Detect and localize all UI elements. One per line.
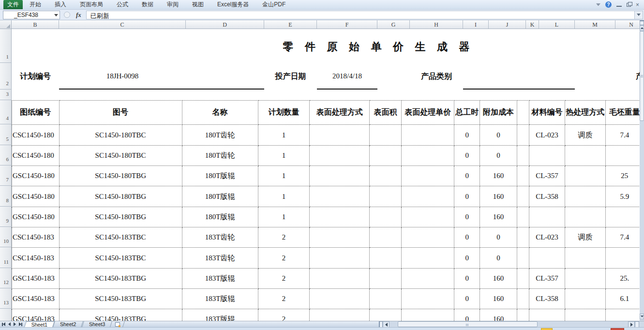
cell[interactable]: [517, 309, 529, 321]
formula-bar-expand-icon[interactable]: [634, 11, 643, 19]
cell[interactable]: GSC1450-180: [12, 186, 60, 207]
cell[interactable]: 7.4: [605, 125, 644, 146]
menu-tab-view[interactable]: 视图: [185, 0, 210, 9]
cell[interactable]: [370, 269, 402, 289]
cell[interactable]: CL-023: [529, 125, 565, 146]
cell[interactable]: 180T齿轮: [182, 125, 258, 146]
cell[interactable]: [370, 146, 402, 166]
cell[interactable]: 1: [258, 166, 310, 186]
column-header-M[interactable]: M: [575, 20, 615, 29]
start-date-value[interactable]: 2018/4/18: [317, 63, 377, 90]
cell[interactable]: [402, 125, 454, 146]
menu-tab-formulas[interactable]: 公式: [110, 0, 135, 9]
cell[interactable]: [402, 186, 454, 207]
cell[interactable]: 180T版辊: [182, 186, 258, 207]
column-title-cell[interactable]: 附加成本: [480, 101, 517, 125]
horizontal-scroll-thumb[interactable]: [398, 321, 538, 327]
cell[interactable]: SC1450-180TBG: [59, 166, 182, 186]
row-header-13[interactable]: 13: [0, 288, 12, 309]
cell[interactable]: SC1450-183TBG: [59, 289, 182, 309]
cell[interactable]: [310, 309, 370, 321]
cell[interactable]: [529, 146, 565, 166]
first-sheet-icon[interactable]: [2, 322, 5, 326]
cell[interactable]: 180T版辊: [182, 207, 258, 227]
cell[interactable]: 1: [258, 125, 310, 146]
menu-tab-kingsoft-pdf[interactable]: 金山PDF: [255, 0, 292, 9]
cell[interactable]: [565, 248, 605, 269]
cell[interactable]: [517, 166, 529, 186]
cell[interactable]: [370, 166, 402, 186]
cell[interactable]: [370, 289, 402, 309]
tab-sheet2[interactable]: Sheet2: [53, 321, 83, 327]
cell[interactable]: 0: [480, 125, 517, 146]
menu-tab-excel-server[interactable]: Excel服务器: [210, 0, 255, 9]
cell[interactable]: SC1450-183TBG: [59, 269, 182, 289]
cell[interactable]: [370, 248, 402, 269]
menu-tab-page-layout[interactable]: 页面布局: [73, 0, 110, 9]
column-title-cell[interactable]: 表面处理单价: [402, 101, 454, 125]
cell[interactable]: CL-023: [529, 227, 565, 248]
cell[interactable]: SC1450-183TBG: [59, 309, 182, 321]
cell[interactable]: [402, 146, 454, 166]
cell[interactable]: 160: [480, 207, 517, 227]
column-header-F[interactable]: F: [317, 20, 377, 29]
cell[interactable]: SC1450-180TBG: [59, 207, 182, 227]
insert-function-icon[interactable]: fx: [76, 11, 81, 19]
column-title-cell[interactable]: 材料编号: [529, 101, 565, 125]
column-title-cell[interactable]: 计划数量: [258, 101, 310, 125]
cell[interactable]: [605, 207, 644, 227]
column-title-cell[interactable]: 名称: [182, 101, 258, 125]
cell[interactable]: 0: [454, 186, 480, 207]
cell[interactable]: [402, 248, 454, 269]
cell[interactable]: 6.1: [605, 289, 644, 309]
column-header-K[interactable]: K: [526, 20, 539, 29]
cell[interactable]: [565, 146, 605, 166]
cell[interactable]: 1: [258, 207, 310, 227]
cell[interactable]: [402, 166, 454, 186]
column-title-cell[interactable]: 毛坯重量: [605, 101, 644, 125]
row-header-4[interactable]: 4: [0, 100, 12, 124]
menu-tab-data[interactable]: 数据: [135, 0, 160, 9]
cell[interactable]: 1: [258, 186, 310, 207]
cell[interactable]: SC1450-183TBC: [59, 227, 182, 248]
previous-sheet-icon[interactable]: [8, 322, 11, 326]
column-header-E[interactable]: E: [264, 20, 317, 29]
cell[interactable]: 0: [454, 166, 480, 186]
column-header-D[interactable]: D: [186, 20, 264, 29]
cell[interactable]: 160: [480, 309, 517, 321]
select-all-corner[interactable]: [0, 20, 12, 29]
cell[interactable]: [517, 227, 529, 248]
cell[interactable]: [310, 146, 370, 166]
cell[interactable]: 2: [258, 309, 310, 321]
cell[interactable]: [565, 166, 605, 186]
product-category-value[interactable]: [463, 63, 575, 90]
scroll-down-icon[interactable]: [640, 314, 644, 319]
cell[interactable]: 0: [454, 269, 480, 289]
column-title-cell[interactable]: [517, 101, 529, 125]
cell[interactable]: [310, 289, 370, 309]
column-header-H[interactable]: H: [410, 20, 463, 29]
column-title-cell[interactable]: 图纸编号: [12, 101, 60, 125]
row-header-6[interactable]: 6: [0, 145, 12, 165]
cell[interactable]: [605, 309, 644, 321]
minimize-icon[interactable]: [616, 3, 622, 7]
column-title-cell[interactable]: 表面处理方式: [310, 101, 370, 125]
cell[interactable]: CL-358: [529, 289, 565, 309]
cell[interactable]: 5.9: [605, 186, 644, 207]
cell[interactable]: 160: [480, 166, 517, 186]
cell[interactable]: [529, 248, 565, 269]
vertical-split-handle[interactable]: [640, 20, 644, 25]
cell[interactable]: GSC1450-183: [12, 289, 60, 309]
cell[interactable]: SC1450-180TBG: [59, 186, 182, 207]
column-title-cell[interactable]: 热处理方式: [565, 101, 605, 125]
menu-tab-file[interactable]: 文件: [3, 0, 23, 9]
row-header-14[interactable]: 14: [0, 309, 12, 321]
cell[interactable]: 调质: [565, 125, 605, 146]
cell[interactable]: CL-357: [529, 166, 565, 186]
row-header-5[interactable]: 5: [0, 124, 12, 145]
cell[interactable]: [402, 269, 454, 289]
cell[interactable]: [402, 289, 454, 309]
cell[interactable]: [310, 186, 370, 207]
cell[interactable]: 0: [454, 309, 480, 321]
cell[interactable]: GSC1450-180: [12, 207, 60, 227]
